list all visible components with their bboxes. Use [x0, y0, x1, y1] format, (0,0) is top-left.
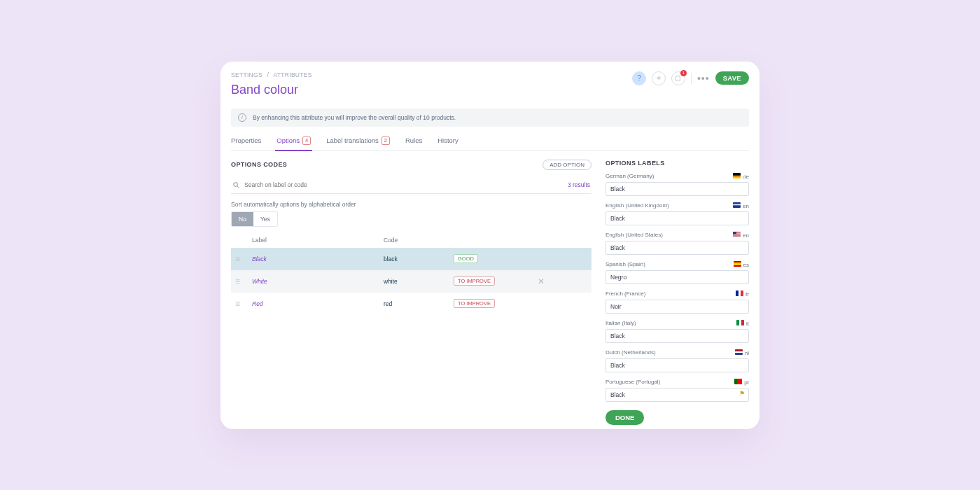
- page-title: Band colour: [231, 83, 312, 97]
- translation-input[interactable]: [606, 241, 749, 255]
- language-name: French (France): [606, 290, 645, 298]
- language-code: es: [734, 261, 749, 268]
- sort-toggle[interactable]: No Yes: [231, 211, 278, 227]
- flag-icon: [734, 261, 741, 267]
- drag-handle-icon[interactable]: ≡: [235, 254, 252, 264]
- breadcrumb-sep: /: [267, 71, 270, 78]
- notification-badge: 1: [680, 70, 687, 76]
- tab-rules[interactable]: Rules: [405, 136, 422, 150]
- search-row: 3 results: [231, 177, 592, 194]
- breadcrumb-2[interactable]: ATTRIBUTES: [273, 71, 312, 78]
- option-label: White: [252, 278, 384, 285]
- add-option-button[interactable]: ADD OPTION: [542, 160, 592, 170]
- tab-label: History: [438, 136, 458, 144]
- breadcrumb-1[interactable]: SETTINGS: [231, 71, 262, 78]
- magic-icon[interactable]: ✧: [652, 71, 666, 85]
- quality-banner: i By enhancing this attribute you will i…: [231, 108, 749, 127]
- drag-handle-icon[interactable]: ≡: [235, 276, 252, 286]
- done-button[interactable]: DONE: [606, 410, 644, 425]
- col-label: Label: [252, 237, 384, 244]
- language-field: Spanish (Spain)es: [606, 261, 749, 284]
- option-label: Red: [252, 300, 384, 307]
- sort-toggle-no[interactable]: No: [232, 212, 253, 226]
- delete-option-icon[interactable]: ✕: [538, 276, 552, 286]
- more-menu-icon[interactable]: •••: [697, 73, 710, 84]
- svg-line-1: [237, 186, 239, 187]
- tab-options[interactable]: Options 4: [276, 136, 311, 150]
- info-icon: i: [238, 113, 246, 122]
- tab-label: Label translations: [326, 136, 378, 144]
- language-name: English (United States): [606, 232, 663, 239]
- option-quality: TO IMPROVE: [454, 276, 538, 286]
- options-codes-panel: OPTIONS CODES ADD OPTION 3 results Sort …: [231, 160, 592, 425]
- language-field: Portuguese (Portugal)pt⚑: [606, 379, 749, 402]
- tab-label: Properties: [231, 136, 261, 144]
- header-actions: ? ✧ ☖ 1 ••• SAVE: [632, 71, 749, 85]
- svg-point-0: [234, 182, 238, 186]
- table-row[interactable]: ≡WhitewhiteTO IMPROVE✕: [231, 270, 592, 293]
- flag-icon: [734, 379, 742, 384]
- sort-hint: Sort automatically options by alphabetic…: [231, 201, 592, 208]
- language-name: Portuguese (Portugal): [606, 379, 660, 386]
- flag-icon: [733, 202, 741, 208]
- banner-text: By enhancing this attribute you will imp…: [253, 114, 456, 121]
- warning-icon: ⚑: [739, 390, 745, 397]
- translation-input[interactable]: [606, 329, 749, 343]
- table-row[interactable]: ≡RedredTO IMPROVE: [231, 293, 592, 315]
- language-field: German (Germany)de: [606, 173, 749, 196]
- language-code: en: [733, 202, 749, 209]
- breadcrumb: SETTINGS / ATTRIBUTES: [231, 71, 312, 78]
- notifications-icon[interactable]: ☖ 1: [671, 71, 685, 85]
- tab-label-translations[interactable]: Label translations 2: [326, 136, 390, 150]
- language-code: nl: [735, 349, 749, 356]
- search-result-count: 3 results: [568, 181, 590, 188]
- language-code: en: [733, 232, 749, 239]
- translation-input[interactable]: [606, 211, 749, 225]
- tab-properties[interactable]: Properties: [231, 136, 261, 150]
- table-row[interactable]: ≡BlackblackGOOD: [231, 248, 592, 270]
- language-list: German (Germany)deEnglish (United Kingdo…: [606, 173, 749, 402]
- topbar: SETTINGS / ATTRIBUTES Band colour ? ✧ ☖ …: [231, 71, 749, 97]
- options-table-header: Label Code: [231, 237, 592, 244]
- save-button[interactable]: SAVE: [715, 71, 749, 85]
- drag-handle-icon[interactable]: ≡: [235, 299, 252, 309]
- heading-block: SETTINGS / ATTRIBUTES Band colour: [231, 71, 312, 97]
- translation-input[interactable]: [606, 358, 749, 372]
- flag-icon: [735, 349, 743, 355]
- tab-history[interactable]: History: [438, 136, 458, 150]
- language-name: German (Germany): [606, 173, 654, 180]
- flag-icon: [733, 173, 741, 178]
- sort-toggle-yes[interactable]: Yes: [253, 212, 277, 226]
- language-code: pt: [734, 379, 749, 386]
- translation-input[interactable]: [606, 182, 749, 196]
- flag-icon: [733, 232, 741, 237]
- option-label: Black: [252, 255, 384, 262]
- search-input[interactable]: [244, 181, 568, 188]
- search-icon: [232, 181, 240, 189]
- help-icon[interactable]: ?: [632, 71, 646, 85]
- options-labels-title: OPTIONS LABELS: [606, 160, 749, 167]
- translation-input[interactable]: [606, 388, 749, 402]
- language-field: French (France)fr: [606, 290, 749, 314]
- language-field: English (United Kingdom)en: [606, 202, 749, 225]
- language-field: Italian (Italy)it: [606, 320, 749, 343]
- flag-icon: [736, 320, 744, 326]
- attribute-edit-card: SETTINGS / ATTRIBUTES Band colour ? ✧ ☖ …: [220, 62, 760, 429]
- tab-label: Options: [276, 136, 300, 144]
- option-code: white: [384, 278, 454, 285]
- option-quality: TO IMPROVE: [454, 299, 538, 308]
- options-labels-panel: OPTIONS LABELS German (Germany)deEnglish…: [606, 160, 749, 425]
- option-quality: GOOD: [454, 254, 538, 263]
- tab-badge: 4: [302, 136, 311, 145]
- translation-input[interactable]: [606, 270, 749, 284]
- content-body: OPTIONS CODES ADD OPTION 3 results Sort …: [231, 160, 749, 425]
- option-code: red: [384, 300, 454, 307]
- translation-input[interactable]: [606, 300, 749, 314]
- header-divider: [691, 73, 692, 84]
- option-code: black: [384, 255, 454, 262]
- language-name: English (United Kingdom): [606, 202, 669, 209]
- tab-label: Rules: [405, 136, 422, 144]
- language-name: Italian (Italy): [606, 320, 636, 327]
- language-code: fr: [736, 290, 749, 298]
- tab-badge: 2: [382, 136, 390, 145]
